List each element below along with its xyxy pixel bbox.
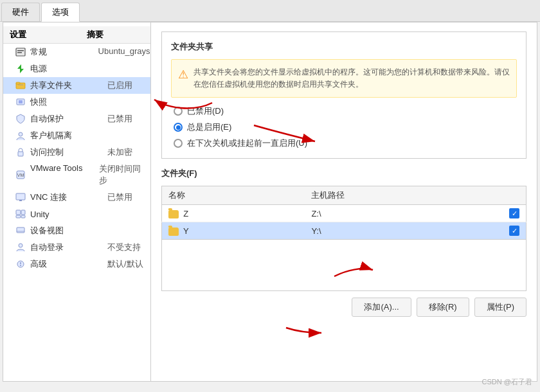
main-content: 设置 摘要 常规 Ubuntu_graysen 电源 <box>3 22 537 382</box>
col-hostpath-header: 主机路径 <box>305 186 503 205</box>
warning-text: 共享文件夹会将您的文件显示给虚拟机中的程序。这可能为您的计算机和数据带来风险。请… <box>194 66 510 91</box>
shared-folder-label: 共享文件夹 <box>30 80 107 91</box>
radio-next[interactable]: 在下次关机或挂起前一直启用(U) <box>174 138 517 149</box>
warning-icon: ⚠ <box>178 67 188 82</box>
access-control-icon <box>15 147 26 158</box>
sidebar-item-access-control[interactable]: 访问控制 未加密 <box>3 144 150 161</box>
advanced-value: 默认/默认 <box>107 258 143 270</box>
row-z-name: Z <box>162 205 305 222</box>
autoprotect-value: 已禁用 <box>107 113 132 125</box>
right-panel: 文件夹共享 ⚠ 共享文件夹会将您的文件显示给虚拟机中的程序。这可能为您的计算机和… <box>151 22 537 381</box>
sidebar-item-guest-isolation[interactable]: 客户机隔离 <box>3 127 150 144</box>
radio-always[interactable]: 总是启用(E) <box>174 121 517 133</box>
general-value: Ubuntu_graysen <box>98 46 151 58</box>
vnc-icon <box>15 192 26 203</box>
svg-text:VM: VM <box>17 173 24 177</box>
sidebar-item-shared-folder[interactable]: 共享文件夹 已启用 <box>3 77 150 94</box>
vmware-tools-label: VMware Tools <box>30 163 99 186</box>
row-y-path: Y:\ <box>305 222 503 240</box>
shared-folder-section: 文件夹共享 ⚠ 共享文件夹会将您的文件显示给虚拟机中的程序。这可能为您的计算机和… <box>161 31 526 159</box>
add-button[interactable]: 添加(A)... <box>352 298 411 317</box>
autologin-label: 自动登录 <box>30 242 107 253</box>
guest-isolation-icon <box>15 130 26 141</box>
general-icon <box>15 46 26 58</box>
sidebar-item-vnc[interactable]: VNC 连接 已禁用 <box>3 189 150 206</box>
table-row[interactable]: Z Z:\ <box>162 205 526 222</box>
power-label: 电源 <box>30 63 107 75</box>
autoprotect-label: 自动保护 <box>30 113 107 125</box>
radio-next-label: 在下次关机或挂起前一直启用(U) <box>187 138 307 149</box>
table-row[interactable]: Y Y:\ <box>162 222 526 240</box>
col-checkbox-header <box>503 186 526 205</box>
svg-rect-2 <box>17 52 22 53</box>
autologin-value: 不受支持 <box>107 242 141 253</box>
guest-isolation-label: 客户机隔离 <box>30 130 107 141</box>
vnc-value: 已禁用 <box>107 192 132 203</box>
remove-button[interactable]: 移除(R) <box>417 298 469 317</box>
warning-box: ⚠ 共享文件夹会将您的文件显示给虚拟机中的程序。这可能为您的计算机和数据带来风险… <box>171 59 517 98</box>
svg-point-9 <box>19 132 22 136</box>
row-z-checkbox[interactable] <box>503 205 526 222</box>
radio-always-circle <box>174 123 183 132</box>
radio-disabled[interactable]: 已禁用(D) <box>174 105 517 117</box>
svg-rect-1 <box>17 50 24 51</box>
unity-label: Unity <box>30 209 107 219</box>
advanced-icon <box>15 258 26 270</box>
device-view-label: 设备视图 <box>30 225 107 236</box>
svg-rect-18 <box>21 215 25 218</box>
svg-rect-5 <box>16 82 20 84</box>
sidebar-item-snapshot[interactable]: 快照 <box>3 94 150 111</box>
properties-button[interactable]: 属性(P) <box>474 298 526 317</box>
shared-folder-value: 已启用 <box>107 80 132 91</box>
folder-table: 名称 主机路径 Z Z:\ <box>161 186 526 240</box>
svg-point-21 <box>19 244 22 247</box>
shared-folder-icon <box>15 80 26 91</box>
col-summary: 摘要 <box>87 29 104 40</box>
snapshot-icon <box>15 96 26 108</box>
folder-table-header: 名称 主机路径 <box>162 186 526 205</box>
shared-folder-title: 文件夹共享 <box>171 41 517 53</box>
sidebar-item-autoprotect[interactable]: 自动保护 已禁用 <box>3 111 150 127</box>
top-tabs: 硬件 选项 <box>0 0 540 22</box>
autoprotect-icon <box>15 113 26 125</box>
folder-section: 文件夹(F) 名称 主机路径 Z <box>161 168 526 317</box>
svg-rect-19 <box>17 227 24 233</box>
vnc-label: VNC 连接 <box>30 192 107 203</box>
tab-hardware[interactable]: 硬件 <box>1 3 40 21</box>
sidebar-item-power[interactable]: 电源 <box>3 60 150 77</box>
tab-options[interactable]: 选项 <box>41 3 80 22</box>
radio-group: 已禁用(D) 总是启用(E) 在下次关机或挂起前一直启用(U) <box>174 105 517 149</box>
col-name-header: 名称 <box>162 186 305 205</box>
sidebar-item-vmware-tools[interactable]: VM VMware Tools 关闭时间同步 <box>3 161 150 189</box>
snapshot-label: 快照 <box>30 96 107 108</box>
sidebar-item-unity[interactable]: Unity <box>3 206 150 222</box>
left-panel: 设置 摘要 常规 Ubuntu_graysen 电源 <box>3 22 151 381</box>
svg-rect-14 <box>19 200 22 201</box>
sidebar-item-device-view[interactable]: 设备视图 <box>3 222 150 239</box>
svg-rect-8 <box>19 100 22 103</box>
sidebar-item-autologin[interactable]: 自动登录 不受支持 <box>3 239 150 256</box>
svg-marker-3 <box>17 64 24 73</box>
access-control-label: 访问控制 <box>30 147 107 158</box>
folder-section-title: 文件夹(F) <box>161 168 526 179</box>
row-y-name: Y <box>162 222 305 240</box>
svg-rect-17 <box>16 215 21 218</box>
checkbox-y[interactable] <box>509 226 519 236</box>
folder-actions: 添加(A)... 移除(R) 属性(P) <box>161 298 526 317</box>
vmware-tools-icon: VM <box>15 169 26 181</box>
checkbox-z[interactable] <box>509 208 519 218</box>
sidebar-item-general[interactable]: 常规 Ubuntu_graysen <box>3 44 150 60</box>
row-y-checkbox[interactable] <box>503 222 526 240</box>
radio-next-circle <box>174 139 183 148</box>
general-label: 常规 <box>30 46 98 58</box>
radio-disabled-label: 已禁用(D) <box>187 105 224 117</box>
svg-rect-15 <box>16 210 21 215</box>
advanced-label: 高级 <box>30 258 107 270</box>
radio-always-label: 总是启用(E) <box>187 121 231 133</box>
svg-rect-10 <box>18 152 23 156</box>
folder-icon-z <box>168 210 179 218</box>
device-view-icon <box>15 225 26 236</box>
radio-disabled-circle <box>174 107 183 116</box>
power-icon <box>15 63 26 75</box>
sidebar-item-advanced[interactable]: 高级 默认/默认 <box>3 256 150 272</box>
